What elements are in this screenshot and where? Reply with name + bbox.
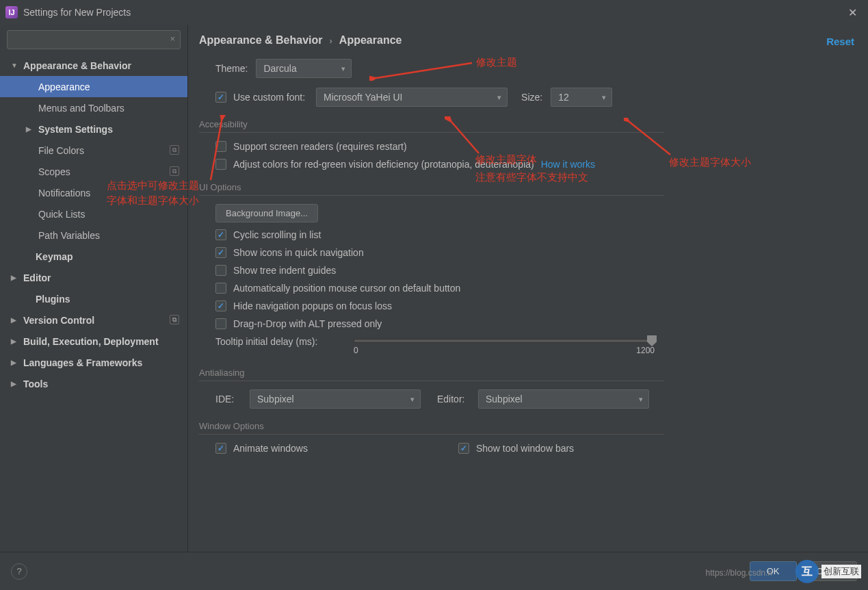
content-panel: Appearance & Behavior › Appearance Reset… (188, 25, 868, 552)
checkbox[interactable] (215, 300, 226, 311)
settings-tree: ▼Appearance & BehaviorAppearanceMenus an… (0, 55, 187, 552)
ui-option-row: Show icons in quick navigation (215, 247, 854, 258)
option-label: Drag-n-Drop with ALT pressed only (233, 318, 382, 329)
breadcrumb: Appearance & Behavior › Appearance (199, 34, 854, 47)
adjust-colors-checkbox[interactable] (215, 159, 226, 170)
slider-min: 0 (354, 346, 358, 355)
sidebar-item-appearance-behavior[interactable]: ▼Appearance & Behavior (0, 55, 187, 76)
sidebar-item-version-control[interactable]: ▶Version Control⧉ (0, 309, 187, 331)
sidebar-item-tools[interactable]: ▶Tools (0, 373, 187, 394)
adjust-colors-label: Adjust colors for red-green vision defic… (233, 159, 534, 170)
window-options-section: Window Options (199, 421, 664, 435)
help-button[interactable]: ? (11, 563, 27, 580)
show-tool-window-bars-checkbox[interactable] (458, 443, 469, 454)
window-title: Settings for New Projects (23, 7, 842, 18)
sidebar-item-scopes[interactable]: Scopes⧉ (0, 161, 187, 182)
clear-icon[interactable]: × (170, 34, 175, 44)
sidebar-item-appearance[interactable]: Appearance (0, 76, 187, 97)
size-label: Size: (521, 92, 542, 103)
reset-link[interactable]: Reset (826, 36, 854, 47)
checkbox[interactable] (215, 283, 226, 294)
animate-windows-checkbox[interactable] (215, 443, 226, 454)
ui-options-section: UI Options (199, 182, 664, 196)
size-dropdown[interactable]: 12 (551, 88, 612, 107)
sidebar-item-plugins[interactable]: Plugins (0, 288, 187, 309)
sidebar-item-system-settings[interactable]: ▶System Settings (0, 118, 187, 140)
ui-option-row: Hide navigation popups on focus loss (215, 300, 854, 311)
animate-windows-label: Animate windows (233, 443, 308, 454)
breadcrumb-current: Appearance (339, 34, 402, 47)
ide-aa-dropdown[interactable]: Subpixel (250, 389, 421, 409)
search-input[interactable] (7, 30, 181, 49)
slider-thumb[interactable] (647, 335, 657, 346)
checkbox[interactable] (215, 229, 226, 240)
chevron-right-icon: › (330, 36, 332, 46)
checkbox[interactable] (215, 247, 226, 258)
sidebar-item-file-colors[interactable]: File Colors⧉ (0, 140, 187, 161)
option-label: Cyclic scrolling in list (233, 229, 321, 240)
sidebar-item-build-execution-deployment[interactable]: ▶Build, Execution, Deployment (0, 331, 187, 352)
sidebar: 🔍 × ▼Appearance & BehaviorAppearanceMenu… (0, 25, 188, 552)
checkbox[interactable] (215, 265, 226, 276)
screen-readers-checkbox[interactable] (215, 141, 226, 152)
editor-aa-dropdown[interactable]: Subpixel (478, 389, 649, 409)
option-label: Automatically position mouse cursor on d… (233, 283, 460, 294)
background-image-button[interactable]: Background Image... (215, 204, 318, 222)
font-dropdown[interactable]: Microsoft YaHei UI (316, 88, 508, 107)
option-label: Hide navigation popups on focus loss (233, 300, 392, 311)
breadcrumb-root[interactable]: Appearance & Behavior (199, 34, 323, 47)
show-tool-window-bars-label: Show tool window bars (476, 443, 574, 454)
sidebar-item-notifications[interactable]: Notifications (0, 182, 187, 203)
watermark-logo: 互 创新互联 (795, 560, 861, 583)
theme-label: Theme: (215, 63, 248, 74)
titlebar: IJ Settings for New Projects ✕ (0, 0, 868, 25)
editor-aa-label: Editor: (437, 394, 470, 405)
ui-option-row: Automatically position mouse cursor on d… (215, 283, 854, 294)
how-it-works-link[interactable]: How it works (541, 159, 595, 170)
ui-option-row: Show tree indent guides (215, 265, 854, 276)
watermark-url: https://blog.csdn.n (706, 568, 772, 578)
antialiasing-section: Antialiasing (199, 368, 664, 381)
sidebar-item-path-variables[interactable]: Path Variables (0, 225, 187, 246)
slider-max: 1200 (636, 346, 655, 355)
checkbox[interactable] (215, 318, 226, 329)
custom-font-checkbox[interactable] (215, 92, 226, 103)
ui-option-row: Cyclic scrolling in list (215, 229, 854, 240)
sidebar-item-languages-frameworks[interactable]: ▶Languages & Frameworks (0, 352, 187, 373)
option-label: Show tree indent guides (233, 265, 336, 276)
sidebar-item-quick-lists[interactable]: Quick Lists (0, 203, 187, 225)
theme-dropdown[interactable]: Darcula (256, 59, 352, 78)
custom-font-label: Use custom font: (233, 92, 305, 103)
option-label: Show icons in quick navigation (233, 247, 364, 258)
tooltip-delay-label: Tooltip initial delay (ms): (215, 336, 345, 347)
tooltip-delay-slider[interactable] (354, 339, 655, 343)
ide-aa-label: IDE: (215, 394, 241, 405)
sidebar-item-keymap[interactable]: Keymap (0, 246, 187, 267)
close-icon[interactable]: ✕ (842, 6, 863, 19)
app-icon: IJ (5, 6, 18, 18)
sidebar-item-menus-and-toolbars[interactable]: Menus and Toolbars (0, 97, 187, 118)
screen-readers-label: Support screen readers (requires restart… (233, 141, 407, 152)
accessibility-section: Accessibility (199, 119, 664, 133)
sidebar-item-editor[interactable]: ▶Editor (0, 267, 187, 288)
ui-option-row: Drag-n-Drop with ALT pressed only (215, 318, 854, 329)
